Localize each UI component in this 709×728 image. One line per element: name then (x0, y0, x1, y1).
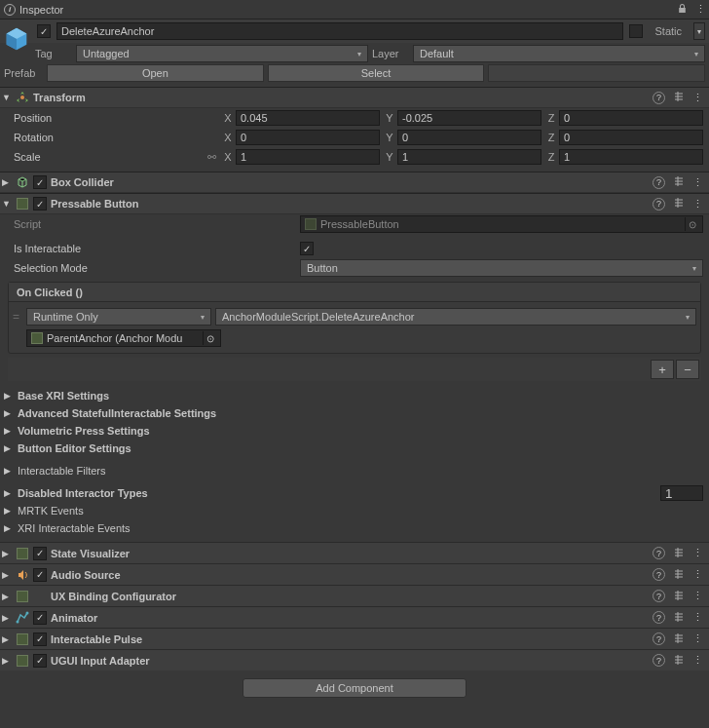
interactable-filters-foldout[interactable]: ▶Interactable Filters (0, 462, 709, 479)
preset-icon[interactable] (673, 175, 685, 189)
animator-header[interactable]: ▶ ✓ Animator ?⋮ (0, 606, 709, 628)
kebab-menu-icon[interactable]: ⋮ (695, 3, 705, 16)
preset-icon[interactable] (673, 568, 685, 582)
preset-icon[interactable] (673, 91, 685, 104)
position-y-input[interactable] (397, 110, 541, 126)
is-interactable-checkbox[interactable]: ✓ (300, 242, 314, 255)
runtime-dropdown[interactable]: Runtime Only▾ (26, 308, 211, 326)
pressable-enabled-checkbox[interactable]: ✓ (33, 197, 47, 211)
help-icon[interactable]: ? (653, 654, 665, 667)
pressable-button-header[interactable]: ▼ ✓ Pressable Button ? ⋮ (0, 193, 709, 214)
xri-events-foldout[interactable]: ▶XRI Interactable Events (0, 519, 709, 537)
kebab-menu-icon[interactable]: ⋮ (692, 92, 703, 104)
volumetric-foldout[interactable]: ▶Volumetric Press Settings (0, 422, 709, 440)
selection-mode-dropdown[interactable]: Button▾ (300, 259, 703, 277)
remove-event-button[interactable]: − (676, 360, 699, 379)
enabled-checkbox[interactable]: ✓ (33, 611, 47, 625)
base-xri-foldout[interactable]: ▶Base XRI Settings (0, 387, 709, 404)
rotation-x-input[interactable] (236, 130, 380, 145)
adv-stateful-foldout[interactable]: ▶Advanced StatefulInteractable Settings (0, 404, 709, 422)
help-icon[interactable]: ? (653, 632, 665, 645)
layer-dropdown[interactable]: Default▾ (413, 45, 705, 62)
foldout-icon[interactable]: ▶ (2, 592, 12, 601)
help-icon[interactable]: ? (653, 176, 665, 189)
transform-header[interactable]: ▼ Transform ? ⋮ (0, 87, 709, 108)
method-dropdown[interactable]: AnchorModuleScript.DeleteAzureAnchor▾ (215, 308, 696, 326)
static-dropdown[interactable]: ▾ (693, 22, 705, 40)
add-event-button[interactable]: + (651, 360, 674, 379)
position-z-input[interactable] (559, 110, 703, 126)
transform-icon (16, 91, 29, 104)
object-picker-icon[interactable]: ⊙ (685, 217, 698, 231)
mrtk-events-foldout[interactable]: ▶MRTK Events (0, 502, 709, 519)
state-visualizer-header[interactable]: ▶ ✓ State Visualizer ?⋮ (0, 542, 709, 563)
prefab-label: Prefab (4, 67, 43, 79)
disabled-interactor-foldout[interactable]: ▶Disabled Interactor Types (0, 484, 709, 502)
foldout-icon[interactable]: ▶ (2, 656, 12, 666)
foldout-icon[interactable]: ▼ (2, 199, 12, 209)
event-target-field[interactable]: ParentAnchor (Anchor Modu ⊙ (26, 329, 221, 347)
enabled-checkbox[interactable]: ✓ (33, 632, 47, 646)
prefab-open-button[interactable]: Open (47, 64, 264, 82)
foldout-icon[interactable]: ▶ (2, 549, 12, 558)
gameobject-name-input[interactable] (56, 22, 623, 40)
ux-binding-header[interactable]: ▶ UX Binding Configurator ?⋮ (0, 585, 709, 606)
enabled-checkbox[interactable]: ✓ (33, 654, 47, 668)
preset-icon[interactable] (673, 197, 685, 211)
add-component-button[interactable]: Add Component (243, 678, 466, 698)
position-x-input[interactable] (236, 110, 380, 126)
kebab-menu-icon[interactable]: ⋮ (692, 198, 703, 211)
kebab-menu-icon[interactable]: ⋮ (692, 590, 703, 602)
help-icon[interactable]: ? (653, 568, 665, 581)
kebab-menu-icon[interactable]: ⋮ (692, 611, 703, 624)
help-icon[interactable]: ? (653, 590, 665, 602)
help-icon[interactable]: ? (653, 92, 665, 104)
kebab-menu-icon[interactable]: ⋮ (692, 547, 703, 559)
object-picker-icon[interactable]: ⊙ (203, 331, 216, 345)
preset-icon[interactable] (673, 611, 685, 625)
kebab-menu-icon[interactable]: ⋮ (692, 632, 703, 645)
prefab-overrides-button[interactable] (488, 64, 705, 82)
preset-icon[interactable] (673, 654, 685, 668)
lock-icon[interactable] (677, 3, 688, 16)
info-icon: i (4, 4, 16, 16)
preset-icon[interactable] (673, 547, 685, 560)
disabled-interactor-count[interactable] (660, 485, 703, 501)
audio-source-header[interactable]: ▶ ✓ Audio Source ?⋮ (0, 563, 709, 585)
active-checkbox[interactable]: ✓ (37, 24, 51, 38)
button-editor-foldout[interactable]: ▶Button Editor Settings (0, 440, 709, 457)
enabled-checkbox[interactable]: ✓ (33, 568, 47, 582)
help-icon[interactable]: ? (653, 198, 665, 211)
rotation-row: Rotation X Y Z (0, 128, 709, 147)
scale-y-input[interactable] (397, 149, 541, 165)
scale-x-input[interactable] (236, 149, 380, 165)
box-collider-header[interactable]: ▶ ✓ Box Collider ? ⋮ (0, 172, 709, 193)
kebab-menu-icon[interactable]: ⋮ (692, 568, 703, 581)
foldout-icon[interactable]: ▶ (2, 177, 12, 187)
constrain-icon[interactable]: ⚯ (207, 151, 216, 164)
help-icon[interactable]: ? (653, 547, 665, 559)
prefab-select-button[interactable]: Select (268, 64, 485, 82)
static-checkbox[interactable] (629, 24, 643, 38)
tag-dropdown[interactable]: Untagged▾ (76, 45, 368, 62)
foldout-icon[interactable]: ▶ (2, 634, 12, 644)
scale-z-input[interactable] (559, 149, 703, 165)
foldout-icon[interactable]: ▶ (2, 613, 12, 623)
help-icon[interactable]: ? (653, 611, 665, 624)
kebab-menu-icon[interactable]: ⋮ (692, 176, 703, 189)
preset-icon[interactable] (673, 590, 685, 603)
foldout-icon[interactable]: ▶ (2, 570, 12, 580)
drag-handle-icon[interactable]: = (13, 310, 22, 324)
svg-point-2 (26, 611, 29, 614)
foldout-icon[interactable]: ▼ (2, 93, 12, 102)
box-collider-enabled-checkbox[interactable]: ✓ (33, 175, 47, 189)
gameobject-icon[interactable] (2, 24, 31, 54)
enabled-checkbox[interactable]: ✓ (33, 547, 47, 560)
ugui-adapter-header[interactable]: ▶ ✓ UGUI Input Adapter ?⋮ (0, 649, 709, 671)
kebab-menu-icon[interactable]: ⋮ (692, 654, 703, 667)
rotation-z-input[interactable] (559, 130, 703, 145)
rotation-y-input[interactable] (397, 130, 541, 145)
interactable-pulse-header[interactable]: ▶ ✓ Interactable Pulse ?⋮ (0, 628, 709, 649)
preset-icon[interactable] (673, 632, 685, 646)
tag-label: Tag (35, 48, 72, 59)
